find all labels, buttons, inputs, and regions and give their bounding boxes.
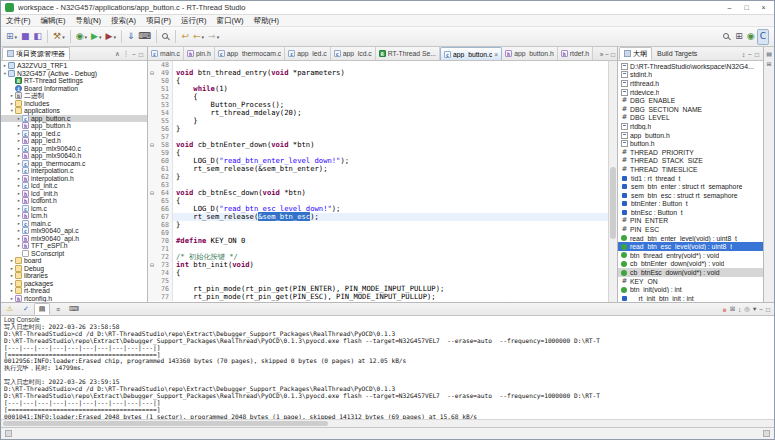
outline-item-pin-esc[interactable]: #PIN_ESC <box>618 225 763 234</box>
forward-button[interactable]: →▾ <box>206 29 221 45</box>
terminal-tab[interactable]: ⌨ <box>66 303 82 315</box>
run-button[interactable]: ▶▾ <box>89 29 103 45</box>
console-hscrollbar-thumb[interactable] <box>3 421 328 426</box>
editor-tab-rt-thread-se[interactable]: RRT-Thread Se... <box>376 47 440 60</box>
tree-item-lcm-c[interactable]: ▸clcm.c <box>1 205 147 213</box>
console-hscrollbar[interactable] <box>1 419 774 427</box>
code-line-74[interactable]: 74{ <box>148 269 608 277</box>
terminate-button[interactable]: ■ <box>723 306 727 313</box>
outline-item-dbg-level[interactable]: #DBG_LEVEL <box>618 114 763 123</box>
tree-item-packages[interactable]: ▸packages <box>1 280 147 288</box>
tree-item-app-mlx90640-c[interactable]: ▸capp_mlx90640.c <box>1 145 147 153</box>
tree-item-main-c[interactable]: ▸cmain.c <box>1 220 147 228</box>
code-line-51[interactable]: 51 while(1) <box>148 85 608 93</box>
code-line-64[interactable]: ⊖64void cb_btnEsc_down(void *btn) <box>148 189 608 197</box>
minimize-window-button[interactable]: – <box>721 1 738 14</box>
tree-item-interpolation-c[interactable]: ▸cinterpolation.c <box>1 167 147 175</box>
menu-w[interactable]: 窗口(W) <box>211 16 248 26</box>
fold-marker-icon[interactable]: ⊖ <box>148 141 156 149</box>
editor-tab-rtdef-h[interactable]: hrtdef.h <box>558 47 593 60</box>
tree-item-board[interactable]: ▸board <box>1 257 147 265</box>
outline-item-d-rt-threadstudio-workspace-n32g4[interactable]: D:\RT-ThreadStudio\workspace\N32G4... <box>618 62 763 71</box>
build-button[interactable]: ⚒▾ <box>51 29 67 45</box>
tasks-tab[interactable]: ✓ <box>18 303 34 315</box>
menu-f[interactable]: 文件(F) <box>1 16 36 26</box>
close-window-button[interactable]: × <box>755 1 772 14</box>
outline-item-dbg-section-name[interactable]: #DBG_SECTION_NAME <box>618 105 763 114</box>
debug-button[interactable]: ◉▾ <box>74 29 89 45</box>
outline-item-pin-enter[interactable]: #PIN_ENTER <box>618 217 763 226</box>
editor-tab-app-button-h[interactable]: happ_button.h <box>502 47 558 60</box>
tree-item-app-led-c[interactable]: ▸capp_led.c <box>1 130 147 138</box>
editor-scrollbar-thumb[interactable] <box>610 167 616 239</box>
collapse-all-button[interactable]: ∧ <box>115 50 120 58</box>
open-console-dropdown-button[interactable]: ▾ <box>753 305 756 313</box>
outline-tab[interactable]: 大纲 <box>619 47 652 60</box>
tree-item-mlx90640-api-c[interactable]: ▸cmlx90640_api.c <box>1 227 147 235</box>
outline-item-cb-btnesc-down-void-void[interactable]: cb_btnEsc_down(void*) : void <box>618 268 763 277</box>
menu-a[interactable]: 搜索(A) <box>106 16 141 26</box>
terminal-button[interactable]: ⌨ <box>136 29 153 45</box>
outline-item-btn-init-void-int[interactable]: btn_init(void) : int <box>618 285 763 294</box>
tree-item-board-information[interactable]: iBoard Information <box>1 85 147 93</box>
outline-item-rtdevice-h[interactable]: rtdevice.h <box>618 88 763 97</box>
outline-item-app-button-h[interactable]: app_button.h <box>618 131 763 140</box>
open-perspective-button[interactable]: ⊞ <box>733 29 745 45</box>
tree-item-libraries[interactable]: ▸libraries <box>1 272 147 280</box>
tree-item-app-button-c[interactable]: ▸capp_button.c <box>1 115 147 123</box>
code-line-56[interactable]: 56} <box>148 125 608 133</box>
outline-item-thread-stack-size[interactable]: #THREAD_STACK_SIZE <box>618 157 763 166</box>
maximize-editor-button[interactable]: □ <box>611 51 617 60</box>
fold-marker-icon[interactable]: ⊖ <box>148 261 156 269</box>
problems-tab[interactable]: ⚠ <box>2 303 18 315</box>
tree-item-app-led-h[interactable]: ▸happ_led.h <box>1 137 147 145</box>
outline-item-cb-btnenter-down-void-void[interactable]: cb_btnEnter_down(void*) : void <box>618 260 763 269</box>
tree-item-n32g457-active-debug[interactable]: ▾N32G457 (Active - Debug) <box>1 70 147 78</box>
tree-item-a32zvu3-trf1[interactable]: ▸A32ZVU3_TRF1 <box>1 62 147 70</box>
cpp-perspective-button[interactable]: C <box>757 29 769 45</box>
editor-overview-ruler[interactable] <box>608 61 617 302</box>
code-line-70[interactable]: 70#define KEY_ON 0 <box>148 237 608 245</box>
minimize-view-button[interactable]: − <box>759 306 763 313</box>
clear-console-button[interactable]: ⊠ <box>730 305 735 313</box>
tree-item-lcd-init-c[interactable]: ▸clcd_init.c <box>1 182 147 190</box>
code-line-67[interactable]: 67 rt_sem_release(&sem_btn_esc); <box>148 213 608 221</box>
editor-tab-app-lcd-c[interactable]: capp_lcd.c <box>331 47 376 60</box>
outline-item-btnenter-button-t[interactable]: btnEnter : Button_t <box>618 200 763 209</box>
tree-item-lcd-init-h[interactable]: ▸hlcd_init.h <box>1 190 147 198</box>
tree-item-app-mlx90640-h[interactable]: ▸happ_mlx90640.h <box>1 152 147 160</box>
tree-item-mlx90640-api-h[interactable]: ▸hmlx90640_api.h <box>1 235 147 243</box>
outline-item-sem-btn-esc-struct-rt-semaphore[interactable]: sem_btn_esc : struct rt_semaphore <box>618 191 763 200</box>
menu-h[interactable]: 帮助(H) <box>249 16 284 26</box>
code-line-73[interactable]: ⊖73int btn_init(void) <box>148 261 608 269</box>
save-button[interactable]: ■ <box>19 29 32 45</box>
close-tab-icon[interactable]: × <box>494 51 498 58</box>
outline-item-btn-thread-entry-void-void[interactable]: btn_thread_entry(void*) : void <box>618 251 763 260</box>
outline-item-dbg-enable[interactable]: #DBG_ENABLE <box>618 96 763 105</box>
tree-item-includes[interactable]: ▸Includes <box>1 100 147 108</box>
scroll-lock-button[interactable]: ↕ <box>738 306 741 313</box>
tree-item-app-thermocam-c[interactable]: ▸capp_thermocam.c <box>1 160 147 168</box>
tree-item-rt-thread[interactable]: ▸rt-thread <box>1 287 147 295</box>
tree-item-sconscript[interactable]: SConscript <box>1 250 147 258</box>
save-all-button[interactable]: ◧ <box>32 29 45 45</box>
tree-item-item[interactable]: ▸b二进制 <box>1 92 147 100</box>
outline-item-rtdbg-h[interactable]: rtdbg.h <box>618 122 763 131</box>
minimized-view-1-icon[interactable]: ▤ <box>766 50 772 57</box>
minimize-view-button[interactable]: − <box>132 51 136 58</box>
outline-item-stdint-h[interactable]: stdint.h <box>618 71 763 80</box>
editor-tab-app-button-c[interactable]: capp_button.c× <box>440 47 502 60</box>
code-line-77[interactable]: 77 rt_pin_mode(rt_pin_get(PIN_ESC), PIN_… <box>148 293 608 301</box>
outline-item-rtthread-h[interactable]: rtthread.h <box>618 79 763 88</box>
code-line-49[interactable]: ⊖49void btn_thread_entry(void *parameter… <box>148 69 608 77</box>
maximize-view-button[interactable]: □ <box>755 51 759 58</box>
tree-item-lcm-h[interactable]: ▸hlcm.h <box>1 212 147 220</box>
fold-marker-icon[interactable]: ⊖ <box>148 69 156 77</box>
minimized-view-2-icon[interactable]: ⊞ <box>766 60 771 67</box>
console-output[interactable]: Log Console写入日志时间: 2022-03-26 23:58:58D:… <box>1 316 774 419</box>
code-line-54[interactable]: 54 rt_thread_mdelay(20); <box>148 109 608 117</box>
tree-item-app-button-h[interactable]: ▸happ_button.h <box>1 122 147 130</box>
code-line-58[interactable]: ⊖58void cb_btnEnter_down(void *btn) <box>148 141 608 149</box>
fold-marker-icon[interactable]: ⊖ <box>148 189 156 197</box>
sort-button[interactable]: ↕ <box>742 51 745 58</box>
